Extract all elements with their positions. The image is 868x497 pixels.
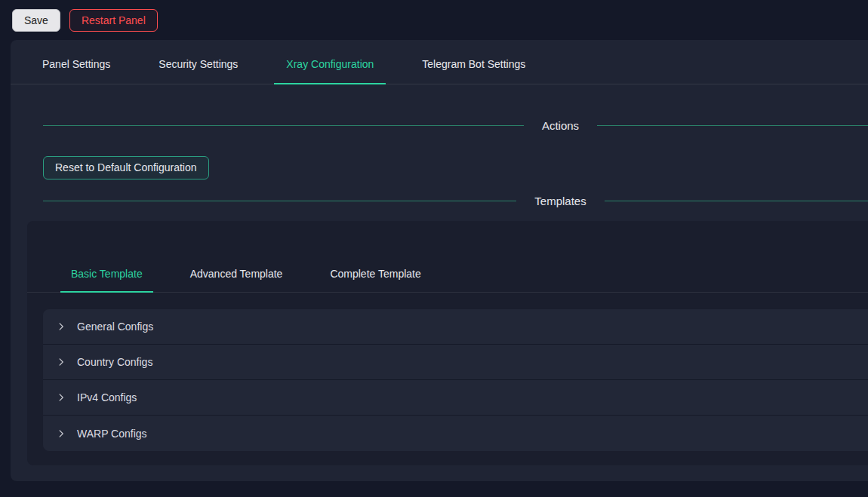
- tab-complete-template[interactable]: Complete Template: [330, 257, 420, 292]
- chevron-right-icon: [57, 357, 66, 367]
- collapse-item-general-configs[interactable]: General Configs: [43, 309, 868, 345]
- collapse-item-label: Country Configs: [77, 356, 152, 368]
- collapse-item-ipv4-configs[interactable]: IPv4 Configs: [43, 380, 868, 416]
- collapse-item-label: General Configs: [77, 321, 153, 333]
- settings-card: Panel Settings Security Settings Xray Co…: [11, 40, 868, 481]
- actions-divider: Actions: [11, 118, 868, 133]
- settings-card-content: Panel Settings Security Settings Xray Co…: [11, 40, 868, 465]
- chevron-right-icon: [57, 429, 66, 438]
- actions-divider-title: Actions: [524, 118, 597, 133]
- collapse-item-label: IPv4 Configs: [77, 391, 137, 403]
- tab-security-settings[interactable]: Security Settings: [159, 40, 238, 84]
- template-tab-bar: Basic Template Advanced Template Complet…: [27, 257, 868, 293]
- templates-divider-title: Templates: [516, 193, 604, 209]
- tab-panel-settings[interactable]: Panel Settings: [42, 40, 110, 84]
- collapse-item-country-configs[interactable]: Country Configs: [43, 345, 868, 380]
- settings-tab-bar: Panel Settings Security Settings Xray Co…: [11, 40, 868, 84]
- save-button[interactable]: Save: [12, 9, 60, 32]
- reset-default-configuration-button[interactable]: Reset to Default Configuration: [43, 156, 209, 179]
- top-action-bar: Save Restart Panel: [0, 0, 868, 40]
- collapse-item-warp-configs[interactable]: WARP Configs: [43, 416, 868, 451]
- divider-line-right: [605, 201, 868, 201]
- tab-advanced-template[interactable]: Advanced Template: [190, 257, 283, 292]
- chevron-right-icon: [57, 322, 66, 331]
- templates-divider: Templates: [11, 193, 868, 209]
- collapse-item-label: WARP Configs: [77, 428, 147, 440]
- restart-panel-button[interactable]: Restart Panel: [69, 9, 158, 32]
- templates-card: Basic Template Advanced Template Complet…: [27, 221, 868, 465]
- divider-line-left: [43, 125, 524, 126]
- tab-telegram-bot-settings[interactable]: Telegram Bot Settings: [422, 40, 525, 84]
- config-collapse-list: General Configs Country Configs IPv4 Con…: [43, 309, 868, 451]
- divider-line-left: [43, 201, 516, 201]
- tab-basic-template[interactable]: Basic Template: [71, 257, 143, 292]
- divider-line-right: [597, 125, 868, 126]
- tab-xray-configuration[interactable]: Xray Configuration: [286, 40, 374, 84]
- chevron-right-icon: [57, 393, 66, 402]
